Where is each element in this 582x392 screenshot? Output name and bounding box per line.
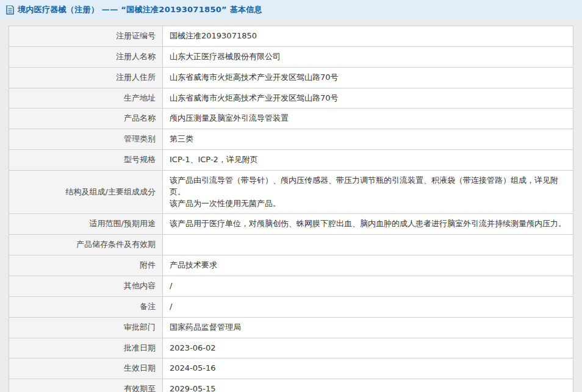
field-label: 注册人住所 <box>9 67 163 88</box>
field-label: 备注 <box>9 296 163 317</box>
field-label: 型号规格 <box>9 150 163 171</box>
field-value: 该产品用于医疗单位，对颅脑创伤、蛛网膜下腔出血、脑内血肿的成人患者进行脑室外引流… <box>163 214 573 235</box>
table-row: 产品储存条件及有效期 <box>9 235 573 255</box>
field-value <box>163 235 573 255</box>
field-value: 该产品由引流导管（带导针）、颅内压传感器、带压力调节瓶的引流装置、积液袋（带连接… <box>163 170 573 214</box>
table-row: 生效日期 2024-05-16 <box>9 358 573 379</box>
field-label: 有效期至 <box>9 379 163 392</box>
table-row: 注册人住所 山东省威海市火炬高技术产业开发区驾山路70号 <box>9 67 573 88</box>
table-row: 管理类别 第三类 <box>9 129 573 150</box>
field-value: 国家药品监督管理局 <box>163 317 573 338</box>
table-row: 备注 / <box>9 296 573 317</box>
field-value: / <box>163 296 573 317</box>
field-value: ICP-1、ICP-2，详见附页 <box>163 150 573 171</box>
table-row: 适用范围/预期用途 该产品用于医疗单位，对颅脑创伤、蛛网膜下腔出血、脑内血肿的成… <box>9 214 573 235</box>
field-label: 注册人名称 <box>9 46 163 67</box>
table-row: 注册人名称 山东大正医疗器械股份有限公司 <box>9 46 573 67</box>
field-label: 审批部门 <box>9 317 163 338</box>
field-value: 第三类 <box>163 129 573 150</box>
field-label: 生效日期 <box>9 358 163 379</box>
field-value: 2023-06-02 <box>163 338 573 358</box>
table-row: 批准日期 2023-06-02 <box>9 338 573 358</box>
field-label: 其他内容 <box>9 276 163 296</box>
field-value: 2024-05-16 <box>163 358 573 379</box>
field-label: 批准日期 <box>9 338 163 358</box>
page-header: 境内医疗器械（注册） —— “国械注准20193071850” 基本信息 <box>0 0 582 20</box>
field-value: / <box>163 276 573 296</box>
field-value: 国械注准20193071850 <box>163 26 573 47</box>
table-row: 产品名称 颅内压测量及脑室外引流导管装置 <box>9 109 573 129</box>
field-label: 生产地址 <box>9 88 163 109</box>
field-value: 山东省威海市火炬高技术产业开发区驾山路70号 <box>163 88 573 109</box>
document-icon <box>6 5 14 15</box>
field-value: 2029-05-15 <box>163 379 573 392</box>
field-label: 附件 <box>9 255 163 276</box>
field-label: 管理类别 <box>9 129 163 150</box>
basic-info-table: 注册证编号 国械注准20193071850 注册人名称 山东大正医疗器械股份有限… <box>9 26 573 392</box>
field-value: 山东省威海市火炬高技术产业开发区驾山路70号 <box>163 67 573 88</box>
table-row: 有效期至 2029-05-15 <box>9 379 573 392</box>
field-value: 山东大正医疗器械股份有限公司 <box>163 46 573 67</box>
table-row: 附件 产品技术要求 <box>9 255 573 276</box>
field-label: 适用范围/预期用途 <box>9 214 163 235</box>
table-row: 审批部门 国家药品监督管理局 <box>9 317 573 338</box>
table-row: 其他内容 / <box>9 276 573 296</box>
field-value: 产品技术要求 <box>163 255 573 276</box>
field-label: 产品储存条件及有效期 <box>9 235 163 255</box>
field-label: 产品名称 <box>9 109 163 129</box>
basic-info-table-container: 注册证编号 国械注准20193071850 注册人名称 山东大正医疗器械股份有限… <box>9 26 573 392</box>
field-label: 结构及组成/主要组成成分 <box>9 170 163 214</box>
table-row: 结构及组成/主要组成成分 该产品由引流导管（带导针）、颅内压传感器、带压力调节瓶… <box>9 170 573 214</box>
field-label: 注册证编号 <box>9 26 163 47</box>
table-row: 型号规格 ICP-1、ICP-2，详见附页 <box>9 150 573 171</box>
field-value: 颅内压测量及脑室外引流导管装置 <box>163 109 573 129</box>
table-row: 注册证编号 国械注准20193071850 <box>9 26 573 47</box>
page-title: 境内医疗器械（注册） —— “国械注准20193071850” 基本信息 <box>18 4 262 15</box>
table-row: 生产地址 山东省威海市火炬高技术产业开发区驾山路70号 <box>9 88 573 109</box>
